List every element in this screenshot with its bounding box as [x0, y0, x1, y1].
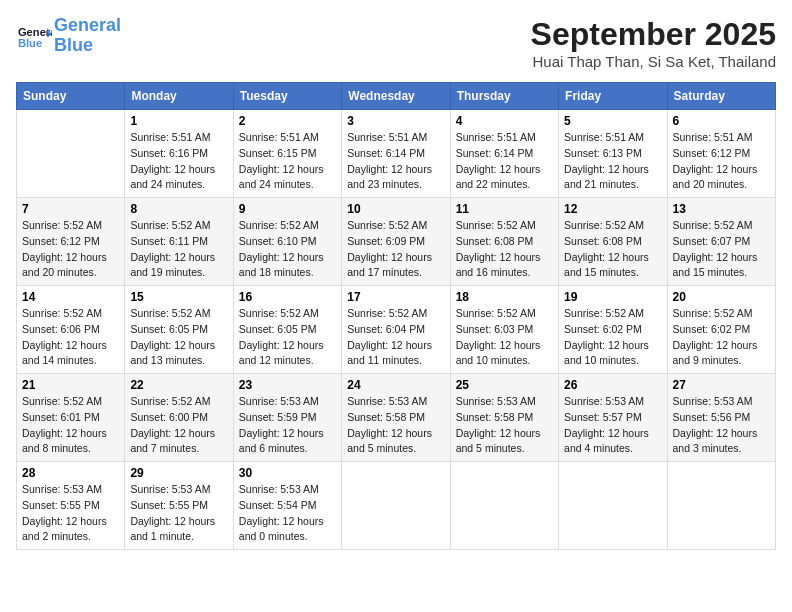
logo-icon: General Blue — [16, 22, 52, 50]
title-section: September 2025 Huai Thap Than, Si Sa Ket… — [531, 16, 776, 70]
logo-general: General — [54, 15, 121, 35]
week-row-2: 7Sunrise: 5:52 AM Sunset: 6:12 PM Daylig… — [17, 198, 776, 286]
day-number: 4 — [456, 114, 553, 128]
calendar: SundayMondayTuesdayWednesdayThursdayFrid… — [16, 82, 776, 550]
calendar-cell: 30Sunrise: 5:53 AM Sunset: 5:54 PM Dayli… — [233, 462, 341, 550]
day-info: Sunrise: 5:52 AM Sunset: 6:05 PM Dayligh… — [239, 306, 336, 369]
day-info: Sunrise: 5:53 AM Sunset: 5:55 PM Dayligh… — [22, 482, 119, 545]
calendar-cell: 7Sunrise: 5:52 AM Sunset: 6:12 PM Daylig… — [17, 198, 125, 286]
day-info: Sunrise: 5:52 AM Sunset: 6:05 PM Dayligh… — [130, 306, 227, 369]
calendar-cell: 28Sunrise: 5:53 AM Sunset: 5:55 PM Dayli… — [17, 462, 125, 550]
week-row-1: 1Sunrise: 5:51 AM Sunset: 6:16 PM Daylig… — [17, 110, 776, 198]
calendar-cell: 13Sunrise: 5:52 AM Sunset: 6:07 PM Dayli… — [667, 198, 775, 286]
day-info: Sunrise: 5:51 AM Sunset: 6:16 PM Dayligh… — [130, 130, 227, 193]
location-title: Huai Thap Than, Si Sa Ket, Thailand — [531, 53, 776, 70]
calendar-cell: 12Sunrise: 5:52 AM Sunset: 6:08 PM Dayli… — [559, 198, 667, 286]
calendar-cell: 21Sunrise: 5:52 AM Sunset: 6:01 PM Dayli… — [17, 374, 125, 462]
day-info: Sunrise: 5:52 AM Sunset: 6:09 PM Dayligh… — [347, 218, 444, 281]
day-number: 30 — [239, 466, 336, 480]
day-number: 18 — [456, 290, 553, 304]
day-number: 21 — [22, 378, 119, 392]
day-number: 27 — [673, 378, 770, 392]
day-number: 23 — [239, 378, 336, 392]
calendar-cell: 3Sunrise: 5:51 AM Sunset: 6:14 PM Daylig… — [342, 110, 450, 198]
day-number: 8 — [130, 202, 227, 216]
day-info: Sunrise: 5:53 AM Sunset: 5:58 PM Dayligh… — [456, 394, 553, 457]
day-number: 13 — [673, 202, 770, 216]
calendar-cell: 16Sunrise: 5:52 AM Sunset: 6:05 PM Dayli… — [233, 286, 341, 374]
calendar-cell: 1Sunrise: 5:51 AM Sunset: 6:16 PM Daylig… — [125, 110, 233, 198]
day-info: Sunrise: 5:51 AM Sunset: 6:14 PM Dayligh… — [456, 130, 553, 193]
calendar-cell: 14Sunrise: 5:52 AM Sunset: 6:06 PM Dayli… — [17, 286, 125, 374]
day-info: Sunrise: 5:52 AM Sunset: 6:00 PM Dayligh… — [130, 394, 227, 457]
day-number: 2 — [239, 114, 336, 128]
day-info: Sunrise: 5:51 AM Sunset: 6:15 PM Dayligh… — [239, 130, 336, 193]
calendar-body: 1Sunrise: 5:51 AM Sunset: 6:16 PM Daylig… — [17, 110, 776, 550]
calendar-cell: 27Sunrise: 5:53 AM Sunset: 5:56 PM Dayli… — [667, 374, 775, 462]
calendar-cell — [17, 110, 125, 198]
day-info: Sunrise: 5:51 AM Sunset: 6:14 PM Dayligh… — [347, 130, 444, 193]
logo: General Blue General Blue — [16, 16, 121, 56]
calendar-cell: 22Sunrise: 5:52 AM Sunset: 6:00 PM Dayli… — [125, 374, 233, 462]
calendar-cell: 9Sunrise: 5:52 AM Sunset: 6:10 PM Daylig… — [233, 198, 341, 286]
day-info: Sunrise: 5:52 AM Sunset: 6:02 PM Dayligh… — [564, 306, 661, 369]
week-row-5: 28Sunrise: 5:53 AM Sunset: 5:55 PM Dayli… — [17, 462, 776, 550]
weekday-header-tuesday: Tuesday — [233, 83, 341, 110]
calendar-cell: 29Sunrise: 5:53 AM Sunset: 5:55 PM Dayli… — [125, 462, 233, 550]
calendar-cell: 5Sunrise: 5:51 AM Sunset: 6:13 PM Daylig… — [559, 110, 667, 198]
day-info: Sunrise: 5:52 AM Sunset: 6:11 PM Dayligh… — [130, 218, 227, 281]
day-info: Sunrise: 5:51 AM Sunset: 6:13 PM Dayligh… — [564, 130, 661, 193]
calendar-cell: 24Sunrise: 5:53 AM Sunset: 5:58 PM Dayli… — [342, 374, 450, 462]
day-number: 28 — [22, 466, 119, 480]
month-title: September 2025 — [531, 16, 776, 53]
weekday-header-thursday: Thursday — [450, 83, 558, 110]
day-number: 25 — [456, 378, 553, 392]
day-number: 10 — [347, 202, 444, 216]
calendar-cell: 15Sunrise: 5:52 AM Sunset: 6:05 PM Dayli… — [125, 286, 233, 374]
calendar-cell — [559, 462, 667, 550]
calendar-cell: 6Sunrise: 5:51 AM Sunset: 6:12 PM Daylig… — [667, 110, 775, 198]
calendar-cell: 23Sunrise: 5:53 AM Sunset: 5:59 PM Dayli… — [233, 374, 341, 462]
logo-text: General Blue — [54, 16, 121, 56]
day-info: Sunrise: 5:53 AM Sunset: 5:59 PM Dayligh… — [239, 394, 336, 457]
calendar-cell: 26Sunrise: 5:53 AM Sunset: 5:57 PM Dayli… — [559, 374, 667, 462]
day-info: Sunrise: 5:52 AM Sunset: 6:03 PM Dayligh… — [456, 306, 553, 369]
calendar-cell — [342, 462, 450, 550]
day-number: 24 — [347, 378, 444, 392]
weekday-header-wednesday: Wednesday — [342, 83, 450, 110]
day-number: 1 — [130, 114, 227, 128]
weekday-header-saturday: Saturday — [667, 83, 775, 110]
calendar-cell: 17Sunrise: 5:52 AM Sunset: 6:04 PM Dayli… — [342, 286, 450, 374]
day-number: 11 — [456, 202, 553, 216]
calendar-cell — [450, 462, 558, 550]
day-info: Sunrise: 5:53 AM Sunset: 5:56 PM Dayligh… — [673, 394, 770, 457]
day-number: 20 — [673, 290, 770, 304]
day-info: Sunrise: 5:53 AM Sunset: 5:58 PM Dayligh… — [347, 394, 444, 457]
day-info: Sunrise: 5:52 AM Sunset: 6:12 PM Dayligh… — [22, 218, 119, 281]
day-info: Sunrise: 5:52 AM Sunset: 6:10 PM Dayligh… — [239, 218, 336, 281]
day-info: Sunrise: 5:53 AM Sunset: 5:57 PM Dayligh… — [564, 394, 661, 457]
day-number: 14 — [22, 290, 119, 304]
day-info: Sunrise: 5:52 AM Sunset: 6:08 PM Dayligh… — [456, 218, 553, 281]
calendar-cell: 18Sunrise: 5:52 AM Sunset: 6:03 PM Dayli… — [450, 286, 558, 374]
day-number: 29 — [130, 466, 227, 480]
day-info: Sunrise: 5:52 AM Sunset: 6:04 PM Dayligh… — [347, 306, 444, 369]
day-number: 17 — [347, 290, 444, 304]
day-info: Sunrise: 5:52 AM Sunset: 6:06 PM Dayligh… — [22, 306, 119, 369]
calendar-cell: 11Sunrise: 5:52 AM Sunset: 6:08 PM Dayli… — [450, 198, 558, 286]
day-number: 15 — [130, 290, 227, 304]
day-number: 6 — [673, 114, 770, 128]
week-row-3: 14Sunrise: 5:52 AM Sunset: 6:06 PM Dayli… — [17, 286, 776, 374]
calendar-cell: 2Sunrise: 5:51 AM Sunset: 6:15 PM Daylig… — [233, 110, 341, 198]
calendar-cell: 25Sunrise: 5:53 AM Sunset: 5:58 PM Dayli… — [450, 374, 558, 462]
day-info: Sunrise: 5:53 AM Sunset: 5:55 PM Dayligh… — [130, 482, 227, 545]
logo-blue: Blue — [54, 35, 93, 55]
day-number: 22 — [130, 378, 227, 392]
weekday-header-sunday: Sunday — [17, 83, 125, 110]
weekday-header-row: SundayMondayTuesdayWednesdayThursdayFrid… — [17, 83, 776, 110]
day-info: Sunrise: 5:52 AM Sunset: 6:08 PM Dayligh… — [564, 218, 661, 281]
calendar-cell: 20Sunrise: 5:52 AM Sunset: 6:02 PM Dayli… — [667, 286, 775, 374]
weekday-header-monday: Monday — [125, 83, 233, 110]
day-number: 9 — [239, 202, 336, 216]
day-number: 19 — [564, 290, 661, 304]
